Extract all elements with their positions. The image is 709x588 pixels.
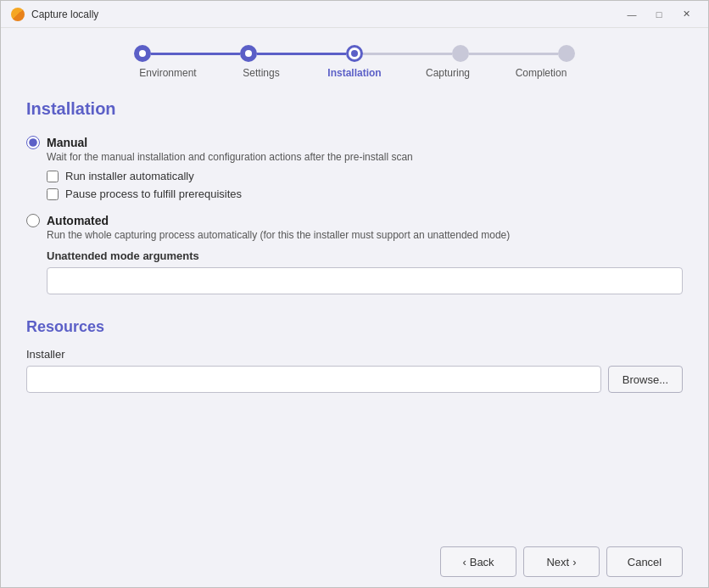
close-button[interactable]: ✕: [674, 6, 698, 23]
content-area: Environment Settings Installation Captur…: [1, 28, 708, 536]
back-label: Back: [470, 556, 494, 568]
next-chevron-icon: ›: [572, 556, 576, 568]
title-bar: Capture locally — □ ✕: [1, 1, 708, 28]
step-circle-settings: [240, 45, 257, 62]
manual-label: Manual: [47, 136, 87, 149]
installer-input[interactable]: [26, 366, 601, 393]
step-label-capturing: Capturing: [414, 67, 482, 79]
cancel-button[interactable]: Cancel: [606, 546, 683, 577]
automated-option: Automated Run the whole capturing proces…: [26, 214, 683, 294]
step-line-2: [257, 53, 346, 55]
bottom-bar: ‹ Back Next › Cancel: [1, 536, 708, 587]
automated-label: Automated: [47, 214, 109, 227]
manual-radio-row: Manual: [26, 136, 683, 149]
step-label-environment: Environment: [134, 67, 202, 79]
step-circle-environment: [134, 45, 151, 62]
pause-process-checkbox[interactable]: [47, 188, 59, 200]
minimize-button[interactable]: —: [620, 6, 644, 23]
browse-button[interactable]: Browse...: [608, 366, 683, 393]
section-title: Installation: [26, 99, 683, 119]
step-line-1: [151, 53, 240, 55]
installer-row: Browse...: [26, 366, 683, 393]
stepper-labels: Environment Settings Installation Captur…: [134, 67, 575, 79]
installer-label: Installer: [26, 348, 683, 361]
automated-radio[interactable]: [26, 214, 40, 227]
stepper: Environment Settings Installation Captur…: [26, 45, 683, 79]
run-installer-label: Run installer automatically: [65, 170, 194, 182]
step-label-installation: Installation: [321, 67, 388, 79]
manual-checkboxes: Run installer automatically Pause proces…: [47, 170, 683, 200]
back-chevron-icon: ‹: [462, 556, 466, 568]
back-button[interactable]: ‹ Back: [440, 546, 516, 577]
pause-process-label: Pause process to fulfill prerequisites: [65, 188, 242, 200]
stepper-track: [134, 45, 575, 62]
app-icon: [11, 8, 25, 21]
step-label-settings: Settings: [227, 67, 295, 79]
unattended-field-label: Unattended mode arguments: [47, 249, 683, 262]
manual-option: Manual Wait for the manual installation …: [26, 136, 683, 200]
step-circle-installation: [346, 45, 363, 62]
cancel-label: Cancel: [628, 556, 662, 568]
radio-group: Manual Wait for the manual installation …: [26, 136, 683, 294]
resources-section: Resources Installer Browse...: [26, 318, 683, 393]
next-label: Next: [546, 556, 569, 568]
main-window: Capture locally — □ ✕ Environment: [0, 0, 709, 588]
step-line-3: [363, 53, 452, 55]
resources-title: Resources: [26, 318, 683, 336]
checkbox-row-1: Run installer automatically: [47, 170, 683, 182]
step-line-4: [469, 53, 558, 55]
unattended-args-input[interactable]: [47, 267, 683, 294]
window-title: Capture locally: [31, 8, 620, 20]
manual-radio[interactable]: [26, 136, 40, 149]
window-controls: — □ ✕: [620, 6, 698, 23]
maximize-button[interactable]: □: [647, 6, 671, 23]
run-installer-checkbox[interactable]: [47, 171, 59, 182]
automated-radio-row: Automated: [26, 214, 683, 227]
checkbox-row-2: Pause process to fulfill prerequisites: [47, 188, 683, 200]
next-button[interactable]: Next ›: [523, 546, 600, 577]
step-circle-capturing: [452, 45, 469, 62]
step-label-completion: Completion: [507, 67, 575, 79]
step-circle-completion: [558, 45, 575, 62]
automated-description: Run the whole capturing process automati…: [47, 229, 683, 241]
manual-description: Wait for the manual installation and con…: [47, 151, 683, 163]
